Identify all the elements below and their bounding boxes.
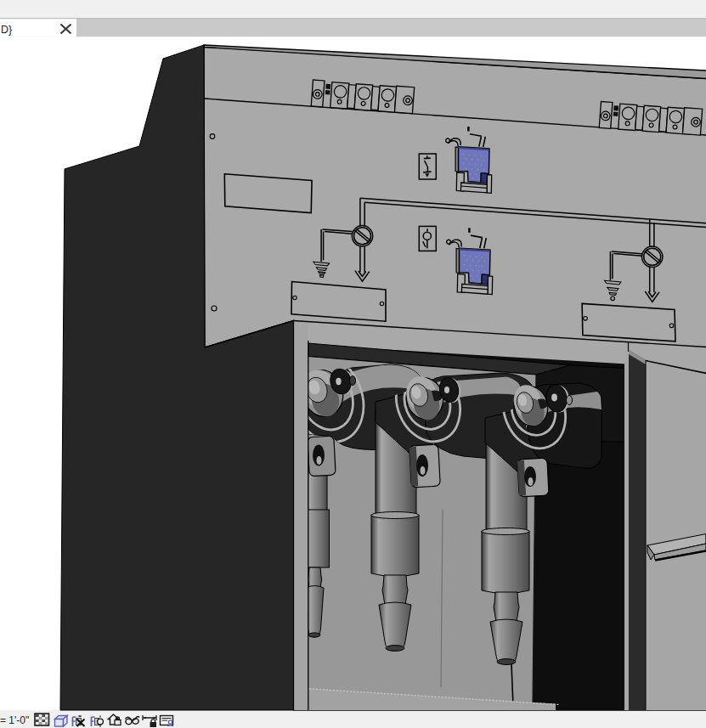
svg-text:D}: D} [1,24,12,36]
svg-text:= 1'-0": = 1'-0" [0,714,29,726]
